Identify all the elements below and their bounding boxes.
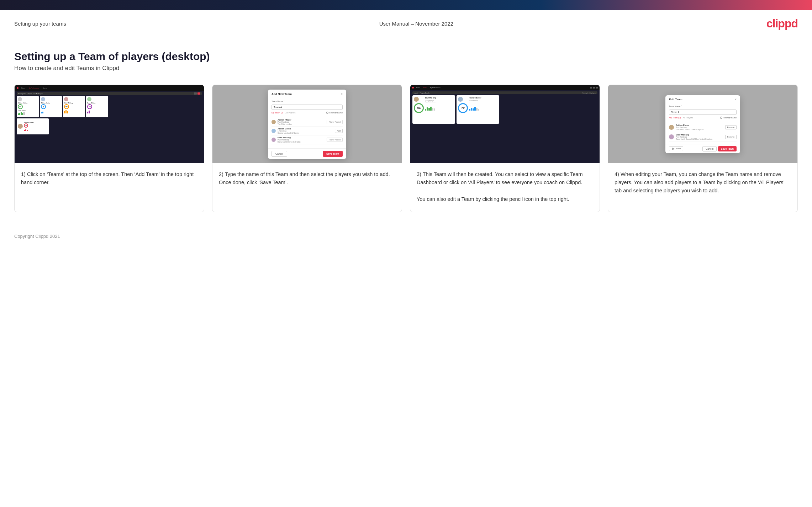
card-1-screenshot: Home My Performance Teams Finding all of… bbox=[15, 85, 204, 163]
modal2-filter: Filter by name bbox=[720, 117, 737, 119]
card-3-text: 3) This Team will then be created. You c… bbox=[410, 163, 600, 212]
card-2-text: 2) Type the name of this Team and then s… bbox=[212, 163, 402, 212]
add-new-team-modal: Add New Team × Team Name * My Team (2) A… bbox=[268, 90, 346, 159]
card-2-screenshot: Add New Team × Team Name * My Team (2) A… bbox=[212, 85, 402, 163]
page-subtitle: How to create and edit Teams in Clippd bbox=[14, 65, 798, 72]
player1-added-label: Player Added bbox=[327, 120, 343, 124]
modal1-filter: Filter by name bbox=[326, 112, 343, 114]
top-bar bbox=[0, 0, 812, 10]
card-1: Home My Performance Teams Finding all of… bbox=[14, 85, 204, 212]
header-manual-label: User Manual – November 2022 bbox=[379, 21, 453, 27]
modal1-close-icon[interactable]: × bbox=[341, 92, 343, 96]
footer: Copyright Clippd 2021 bbox=[0, 230, 812, 246]
modal2-title: Edit Team bbox=[669, 98, 682, 101]
modal2-close-icon[interactable]: × bbox=[734, 97, 737, 101]
player2-add-button[interactable]: Add bbox=[335, 129, 343, 133]
modal2-tab-all-players[interactable]: All Players bbox=[683, 117, 693, 119]
modal2-team-name-input[interactable] bbox=[669, 110, 737, 115]
page-title: Setting up a Team of players (desktop) bbox=[14, 50, 798, 63]
header: Setting up your teams User Manual – Nove… bbox=[0, 10, 812, 36]
player-item-2: Adrian Colba 1 Handicap Central London G… bbox=[271, 127, 343, 135]
modal1-tab-all-players[interactable]: All Players bbox=[285, 112, 295, 114]
trash-icon: 🗑 bbox=[671, 148, 674, 150]
edit-team-modal: Edit Team × Team Name * My Team (2) All … bbox=[665, 95, 740, 153]
player-item-1: Adrian Player Plus Handicap The Shire Lo… bbox=[271, 118, 343, 127]
filter-checkbox[interactable] bbox=[326, 112, 328, 114]
main-content: Setting up a Team of players (desktop) H… bbox=[0, 36, 812, 230]
modal2-player-list: Adrian Player Plus Handicap The Shire Lo… bbox=[669, 123, 737, 142]
card-1-text: 1) Click on ‘Teams’ at the top of the sc… bbox=[15, 163, 204, 212]
modal1-player-list: Adrian Player Plus Handicap The Shire Lo… bbox=[271, 118, 343, 146]
modal2-cancel-button[interactable]: Cancel bbox=[702, 146, 717, 151]
modal1-cancel-button[interactable]: Cancel bbox=[271, 151, 287, 157]
header-section-label: Setting up your teams bbox=[14, 21, 66, 27]
card-3: Home Teams My Performance Import Players… bbox=[410, 85, 600, 212]
card-4-text: 4) When editing your Team, you can chang… bbox=[608, 163, 797, 212]
modal2-save-button[interactable]: Save Team bbox=[718, 146, 737, 151]
card-2: Add New Team × Team Name * My Team (2) A… bbox=[212, 85, 402, 212]
player-item-3: Blair McHarg Plus Handicap Royal North D… bbox=[271, 135, 343, 144]
player1-remove-button[interactable]: Remove bbox=[725, 125, 737, 129]
edit-player-item-2: Blair McHarg Plus Handicap Royal North D… bbox=[669, 132, 737, 142]
player3-added-label: Player Added bbox=[327, 138, 343, 142]
card-4-screenshot: Edit Team × Team Name * My Team (2) All … bbox=[608, 85, 797, 163]
player2-remove-button[interactable]: Remove bbox=[725, 135, 737, 139]
filter2-checkbox[interactable] bbox=[720, 117, 722, 119]
player-item-4: Dave Billingham 1.5 Handicap The Dog Mag… bbox=[271, 144, 343, 146]
card-3-screenshot: Home Teams My Performance Import Players… bbox=[410, 85, 600, 163]
copyright-label: Copyright Clippd 2021 bbox=[14, 234, 60, 239]
modal2-delete-button[interactable]: 🗑 Delete bbox=[669, 146, 683, 151]
modal1-team-name-label: Team Name * bbox=[271, 100, 343, 102]
clippd-logo: clippd bbox=[766, 17, 798, 30]
modal2-tab-my-team[interactable]: My Team (2) bbox=[669, 117, 681, 119]
modal1-team-name-input[interactable] bbox=[271, 105, 343, 110]
modal1-tab-my-team[interactable]: My Team (2) bbox=[271, 112, 283, 114]
modal1-title: Add New Team bbox=[271, 92, 292, 96]
cards-row: Home My Performance Teams Finding all of… bbox=[14, 85, 798, 212]
card-4: Edit Team × Team Name * My Team (2) All … bbox=[608, 85, 798, 212]
modal1-save-button[interactable]: Save Team bbox=[323, 151, 343, 157]
modal2-team-name-label: Team Name * bbox=[669, 105, 737, 107]
edit-player-item-1: Adrian Player Plus Handicap The Shire Lo… bbox=[669, 123, 737, 132]
